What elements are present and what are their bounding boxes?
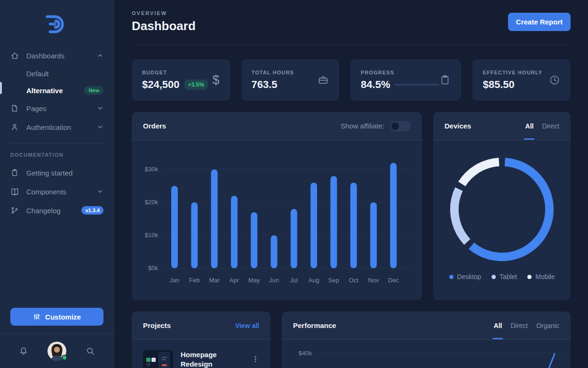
charts-row: Orders Show affiliate: $0k$10k$20k$30kJa… [132, 112, 571, 300]
stat-card-progress: PROGRESS 84.5% [350, 59, 461, 101]
performance-line-chart: $40k [282, 340, 571, 368]
online-status-dot [62, 355, 67, 360]
active-item-indicator [0, 82, 2, 94]
svg-text:$20k: $20k [145, 199, 159, 206]
svg-text:Oct: Oct [349, 277, 359, 284]
breadcrumb-kicker: OVERVIEW [132, 10, 196, 16]
stat-label: PROGRESS [361, 70, 439, 75]
sidebar-item-authentication[interactable]: Authentication [10, 118, 103, 136]
sidebar-item-label: Dashboards [26, 52, 64, 60]
book-icon [10, 187, 20, 196]
stat-value: 763.5 [252, 79, 278, 91]
toggle-knob [391, 122, 399, 130]
sidebar-item-dashboards[interactable]: Dashboards [10, 46, 103, 65]
view-all-link[interactable]: View all [235, 322, 259, 329]
main-content: OVERVIEW Dashboard Create Report BUDGET … [114, 0, 588, 368]
sidebar-item-label: Components [26, 188, 66, 196]
svg-text:$10k: $10k [145, 232, 159, 239]
sidebar-item-alternative[interactable]: Alternative New [10, 82, 103, 99]
performance-tabs: All Direct Organic [494, 322, 559, 329]
svg-text:Mar: Mar [209, 277, 220, 284]
sidebar-item-label: Authentication [26, 123, 71, 131]
kebab-menu-icon[interactable] [252, 350, 259, 363]
sidebar: Dashboards Default Alternative New Pages [0, 0, 114, 368]
versions-icon [10, 206, 20, 215]
toggle-label: Show affiliate: [341, 122, 384, 130]
stat-label: BUDGET [142, 70, 208, 75]
devices-tabs: All Direct [525, 122, 559, 130]
devices-donut-chart [433, 142, 571, 265]
brand-logo[interactable] [0, 0, 114, 42]
svg-text:Jul: Jul [290, 277, 298, 284]
svg-text:Feb: Feb [189, 277, 199, 284]
bell-icon[interactable] [19, 346, 28, 356]
customize-label: Customize [45, 313, 81, 321]
legend-dot [527, 275, 532, 279]
svg-text:Aug: Aug [309, 277, 319, 284]
svg-text:$30k: $30k [145, 166, 159, 173]
trend-badge: +3.5% [184, 80, 208, 90]
user-icon [10, 122, 20, 132]
sidebar-item-components[interactable]: Components [10, 182, 103, 201]
performance-card-header: Performance All Direct Organic [282, 312, 571, 340]
stat-card-effective-hourly: EFFECTIVE HOURLY $85.50 [472, 59, 571, 101]
sidebar-item-pages[interactable]: Pages [10, 99, 103, 118]
sidebar-item-label: Default [26, 70, 49, 78]
tab-all[interactable]: All [494, 322, 502, 329]
project-list-item[interactable]: Homepage Redesign [132, 340, 270, 368]
stat-value: 84.5% [361, 79, 390, 91]
orders-bar-chart: $0k$10k$20k$30kJanFebMarAprMayJunJulAugS… [132, 140, 422, 299]
file-icon [10, 104, 20, 113]
legend-item-desktop[interactable]: Desktop [449, 273, 481, 280]
svg-text:May: May [248, 277, 260, 284]
sliders-icon [33, 313, 40, 320]
clipboard-icon [10, 168, 20, 177]
stat-label: EFFECTIVE HOURLY [483, 70, 542, 75]
tab-organic[interactable]: Organic [536, 322, 559, 329]
chevron-down-icon [97, 105, 103, 112]
new-badge: New [84, 86, 103, 95]
legend-label: Tablet [500, 273, 517, 280]
project-name: Homepage Redesign [181, 350, 237, 368]
stat-value: $24,500 [142, 79, 180, 91]
clock-icon [549, 74, 560, 86]
svg-text:Jun: Jun [269, 277, 279, 284]
stats-row: BUDGET $24,500 +3.5% $ TOTAL HOURS 763.5 [132, 59, 571, 101]
card-title: Performance [293, 321, 336, 329]
show-affiliate-toggle[interactable] [390, 121, 411, 131]
sidebar-item-getting-started[interactable]: Getting started [10, 163, 103, 182]
card-title: Devices [445, 122, 471, 130]
devices-card: Devices All Direct Desktop Tablet Mobile [433, 112, 571, 300]
legend-item-mobile[interactable]: Mobile [527, 273, 555, 280]
svg-text:Jan: Jan [170, 277, 180, 284]
legend-dot [492, 275, 496, 279]
project-thumbnail [143, 350, 173, 368]
search-icon[interactable] [86, 346, 95, 356]
user-avatar[interactable] [48, 342, 66, 360]
sidebar-item-default[interactable]: Default [10, 65, 103, 82]
sidebar-nav: Dashboards Default Alternative New Pages [0, 42, 114, 136]
sidebar-item-changelog[interactable]: Changelog v1.3.4 [10, 201, 103, 220]
chevron-up-icon [97, 52, 103, 59]
page-header: OVERVIEW Dashboard Create Report [132, 0, 571, 33]
tab-direct[interactable]: Direct [510, 322, 528, 329]
card-title: Projects [143, 321, 171, 329]
version-badge: v1.3.4 [81, 206, 103, 215]
customize-button[interactable]: Customize [10, 308, 103, 326]
legend-item-tablet[interactable]: Tablet [492, 273, 517, 280]
tab-all[interactable]: All [525, 122, 534, 130]
sidebar-item-label: Getting started [26, 169, 72, 177]
sidebar-item-label: Pages [26, 104, 47, 112]
tab-direct[interactable]: Direct [542, 122, 559, 130]
legend-label: Mobile [535, 273, 555, 280]
briefcase-icon [318, 74, 329, 86]
stat-label: TOTAL HOURS [252, 70, 294, 75]
app-root: Dashboards Default Alternative New Pages [0, 0, 588, 368]
sidebar-section-documentation: DOCUMENTATION [0, 144, 114, 160]
stat-card-budget: BUDGET $24,500 +3.5% $ [132, 59, 230, 101]
dollar-icon: $ [213, 73, 220, 88]
projects-card-header: Projects View all [132, 312, 270, 340]
brand-logo-icon [43, 10, 71, 38]
projects-card: Projects View all [132, 312, 270, 368]
create-report-button[interactable]: Create Report [508, 13, 571, 31]
